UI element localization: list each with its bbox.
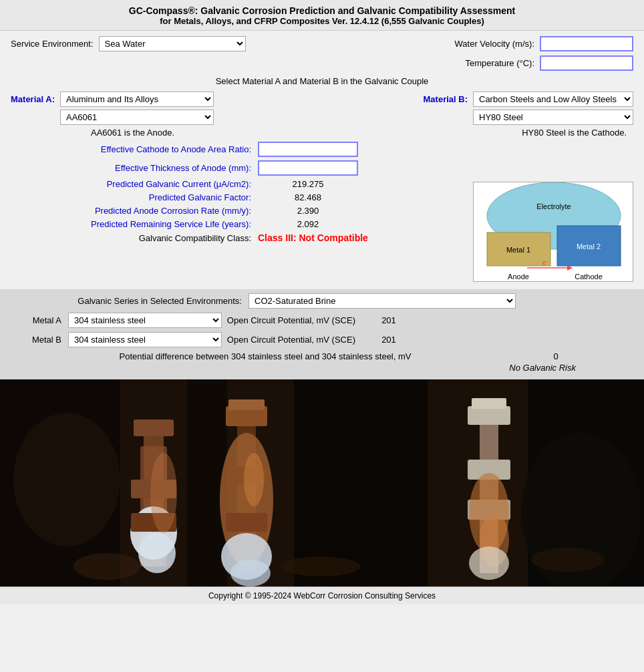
compat-value: Class III: Not Compatible [258,232,368,243]
svg-point-24 [244,453,264,506]
compat-label: Galvanic Compatibility Class: [11,233,258,243]
svg-rect-11 [134,419,174,436]
app-header: GC-Compass®: Galvanic Corrosion Predicti… [0,0,644,31]
footer: Copyright © 1995-2024 WebCorr Corrosion … [0,586,644,605]
metal2-label: Metal 2 [577,242,601,250]
footer-text: Copyright © 1995-2024 WebCorr Corrosion … [208,591,436,601]
velocity-label: Water Velocity (m/s): [455,39,534,49]
ocp-a-value: 201 [362,315,416,325]
svg-rect-25 [294,379,428,586]
material-b-category-select[interactable]: Carbon Steels and Low Alloy Steels [473,92,633,107]
factor-value: 82.468 [258,192,358,202]
corrosion-value: 2.390 [258,206,358,216]
galvanic-series-select[interactable]: CO2-Saturated Brine Sea Water Freshwater [249,293,516,309]
material-a-label: Material A: [11,92,55,104]
metal1-label: Metal 1 [506,246,530,254]
metal-a-select[interactable]: 304 stainless steel [68,313,222,328]
svg-point-38 [281,556,361,576]
ocp-a-label: Open Circuit Potential, mV (SCE) [222,315,362,325]
header-title-line1: GC-Compass®: Galvanic Corrosion Predicti… [3,5,641,16]
service-env-label: Service Environment: [11,39,94,49]
galvanic-diagram: Electrolyte Metal 1 Metal 2 e⁻ Anode Cat… [473,182,633,282]
cathode-anode-label: Effective Cathode to Anode Area Ratio: [11,144,258,154]
svg-point-14 [150,453,177,533]
select-material-label: Select Material A and Material B in the … [11,76,633,86]
potential-diff-value: 0 [529,351,583,361]
ocp-b-label: Open Circuit Potential, mV (SCE) [222,335,362,345]
factor-label: Predicted Galvanic Factor: [11,192,258,202]
svg-point-35 [13,413,120,546]
service-life-label: Predicted Remaining Service Life (years)… [11,219,258,229]
potential-diff-label: Potential difference between 304 stainle… [8,351,529,361]
temp-label: Temperature (°C): [466,58,534,68]
velocity-input[interactable]: 0.000 [540,36,633,51]
svg-point-10 [138,533,176,573]
thickness-input[interactable]: 5.000 [258,160,358,176]
svg-rect-19 [228,399,265,410]
svg-point-33 [469,546,509,580]
temp-input[interactable]: 25.00 [540,55,633,71]
galvanic-series-section: Galvanic Series in Selected Environments… [0,289,644,379]
material-a-category-select[interactable]: Aluminum and Its Alloys [60,92,214,107]
anode-diagram-label: Anode [508,273,529,281]
material-b-label: Material B: [424,92,468,104]
svg-point-23 [230,560,271,586]
corrosion-photo [0,379,644,586]
svg-rect-21 [226,513,267,532]
svg-point-39 [531,548,605,572]
svg-rect-28 [472,398,506,409]
cathode-text: HY80 Steel is the Cathode. [522,128,627,138]
cathode-diagram-label: Cathode [575,273,603,281]
metal-a-label: Metal A [8,315,68,325]
metal-b-label: Metal B [8,335,68,345]
svg-point-37 [73,553,140,580]
electrolyte-label: Electrolyte [536,202,571,210]
electron-symbol: e⁻ [542,259,550,267]
main-panel: Service Environment: Sea Water Fresh Wat… [0,31,644,289]
current-value: 219.275 [258,179,358,189]
material-b-specific-select[interactable]: HY80 Steel [473,110,633,125]
no-galvanic-text: No Galvanic Risk [509,363,576,373]
corrosion-label: Predicted Anode Corrosion Rate (mm/y): [11,206,258,216]
ocp-b-value: 201 [362,335,416,345]
cathode-anode-input[interactable]: 14.000 [258,142,358,157]
galvanic-series-label: Galvanic Series in Selected Environments… [8,296,249,306]
material-a-specific-select[interactable]: AA6061 [60,110,214,125]
corrosion-photo-svg [0,379,644,586]
current-label: Predicted Galvanic Current (μA/cm2): [11,179,258,189]
service-life-value: 2.092 [258,219,358,229]
svg-rect-27 [468,406,510,425]
anode-text: AA6061 is the Anode. [91,128,174,138]
thickness-label: Effective Thickness of Anode (mm): [11,163,258,173]
service-env-select[interactable]: Sea Water Fresh Water Salt Spray [99,36,246,51]
header-title-line2: for Metals, Alloys, and CFRP Composites … [3,16,641,26]
metal-b-select[interactable]: 304 stainless steel [68,332,222,347]
